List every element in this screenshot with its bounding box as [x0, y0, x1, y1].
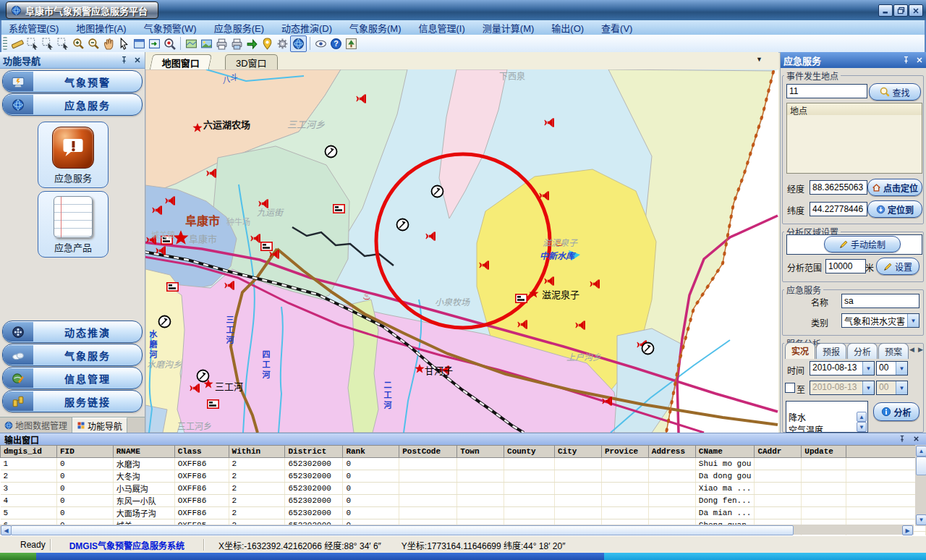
date-to-select[interactable]: 2010-08-13 ▼	[810, 381, 875, 395]
to-checkbox[interactable]	[785, 383, 795, 393]
tab-map-window[interactable]: 地图窗口	[150, 54, 212, 69]
close-icon[interactable]	[133, 56, 142, 64]
export-image-icon[interactable]	[199, 36, 214, 51]
map-legend-icon[interactable]	[344, 36, 359, 51]
tab-plan[interactable]: 预案	[878, 343, 909, 359]
select-rect-icon[interactable]	[25, 36, 41, 51]
close-button[interactable]	[909, 4, 923, 17]
menu-measure[interactable]: 测量计算(M)	[474, 21, 543, 35]
shelter-flag-icon[interactable]	[161, 236, 172, 244]
map-canvas[interactable]: 八斗 下西泉 六运湖农场 三工河乡 九运街 阜康市 城关镇 阜康市 种牛场 滋泥…	[145, 69, 778, 433]
menu-weather-service[interactable]: 气象服务(M)	[341, 21, 410, 35]
tool-emergency-product[interactable]: 应急产品	[38, 191, 109, 258]
refresh-map-icon[interactable]	[147, 36, 162, 51]
table-row[interactable]: 30小马厩沟OXFF8626523020000Xiao ma ...	[1, 483, 926, 495]
sidebar-item-weather-warning[interactable]: 气象预警	[2, 70, 143, 93]
menu-map-ops[interactable]: 地图操作(A)	[67, 21, 135, 35]
full-extent-icon[interactable]	[132, 36, 147, 51]
identify-icon[interactable]	[162, 36, 177, 51]
menu-dynamic[interactable]: 动态推演(D)	[273, 21, 341, 35]
pan-hand-icon[interactable]	[101, 36, 116, 51]
tab-scroll-left-icon[interactable]: ◀	[909, 346, 914, 353]
tab-3d-window[interactable]: 3D窗口	[225, 54, 278, 69]
place-pin-icon[interactable]	[260, 36, 275, 51]
vscroll-thumb[interactable]	[916, 457, 926, 475]
tab-analysis[interactable]: 分析	[847, 343, 878, 359]
tab-forecast[interactable]: 预报	[816, 343, 846, 359]
ruler-icon[interactable]	[10, 36, 25, 51]
analyze-button[interactable]: 分析	[873, 402, 919, 421]
scroll-up-icon[interactable]: ▲	[857, 412, 867, 422]
scroll-right-icon[interactable]: ▶	[902, 525, 913, 535]
tab-strip-menu-arrow-icon[interactable]: ▼	[756, 56, 763, 63]
shelter-flag-icon[interactable]	[516, 294, 527, 302]
monitoring-station-icon[interactable]	[197, 370, 209, 382]
scroll-left-icon[interactable]: ◀	[1, 525, 12, 535]
list-item-precipitation[interactable]: 降水	[789, 411, 865, 423]
menu-system[interactable]: 系统管理(S)	[0, 21, 67, 35]
tool-emergency-service[interactable]: 应急服务	[38, 122, 109, 188]
event-location-input[interactable]	[786, 84, 867, 98]
pin-icon[interactable]	[119, 56, 129, 65]
search-button[interactable]: 查找	[869, 83, 921, 101]
service-name-input[interactable]	[841, 294, 919, 308]
locate-to-button[interactable]: 定位到	[867, 200, 922, 218]
latitude-input[interactable]	[810, 202, 867, 216]
zoom-in-icon[interactable]	[71, 36, 86, 51]
sidebar-item-emergency-service[interactable]: 应急服务	[2, 93, 143, 116]
monitoring-station-icon[interactable]	[326, 146, 337, 158]
table-row[interactable]: 50大面场子沟OXFF8626523020000Da mian ...	[1, 507, 926, 519]
taskbar-active-app-edge[interactable]	[604, 553, 926, 560]
minimize-button[interactable]	[878, 4, 893, 17]
chevron-down-icon[interactable]: ▼	[907, 314, 919, 327]
print-icon[interactable]	[214, 36, 229, 51]
hscroll-thumb[interactable]	[11, 525, 794, 535]
analysis-range-input[interactable]	[825, 259, 866, 273]
pointer-icon[interactable]	[116, 36, 132, 51]
sidebar-item-info-management[interactable]: 信息管理	[2, 367, 143, 389]
toolbar-grip[interactable]	[3, 37, 7, 50]
range-set-button[interactable]: 设置	[876, 258, 919, 275]
scroll-down-icon[interactable]: ▼	[857, 422, 867, 432]
hour-select[interactable]: 00 ▼	[876, 361, 908, 376]
shelter-flag-icon[interactable]	[261, 242, 272, 250]
chevron-down-icon[interactable]: ▼	[896, 362, 907, 375]
shelter-flag-icon[interactable]	[167, 283, 178, 291]
restore-button[interactable]	[893, 4, 908, 17]
select-irregular-icon[interactable]	[41, 36, 56, 51]
print-preview-icon[interactable]	[229, 36, 245, 51]
menu-info[interactable]: 信息管理(I)	[410, 21, 474, 35]
menu-output[interactable]: 输出(O)	[543, 21, 592, 35]
help-icon[interactable]	[328, 36, 344, 51]
element-listbox[interactable]: 降水 空气温度 ▲ ▼	[786, 401, 868, 433]
hour-to-select[interactable]: 00 ▼	[876, 381, 908, 395]
pin-icon[interactable]	[898, 435, 906, 444]
date-select[interactable]: 2010-08-13 ▼	[810, 361, 875, 376]
start-button-edge[interactable]	[0, 553, 36, 560]
menu-weather-warning[interactable]: 气象预警(W)	[135, 21, 205, 35]
close-icon[interactable]	[912, 435, 920, 443]
table-row[interactable]: 10水磨沟OXFF8626523020000Shui mo gou	[1, 458, 926, 470]
tab-scroll-right-icon[interactable]: ▶	[918, 346, 923, 353]
location-list[interactable]	[786, 115, 922, 174]
list-item-air-temperature[interactable]: 空气温度	[789, 423, 865, 433]
settings-gear-icon[interactable]	[275, 36, 290, 51]
close-icon[interactable]	[915, 56, 924, 64]
visibility-eye-icon[interactable]	[313, 36, 328, 51]
sidebar-item-service-links[interactable]: 服务链接	[2, 390, 143, 412]
export-map-icon[interactable]	[184, 36, 199, 51]
scroll-up-icon[interactable]: ▲	[916, 446, 926, 457]
monitoring-station-icon[interactable]	[432, 186, 443, 198]
tab-map-data-management[interactable]: 地图数据管理	[0, 417, 72, 433]
monitoring-station-icon[interactable]	[397, 219, 409, 231]
sidebar-item-weather-service[interactable]: 气象服务	[2, 344, 143, 366]
tab-live[interactable]: 实况	[785, 342, 815, 359]
monitoring-station-icon[interactable]	[642, 343, 654, 355]
table-vscrollbar[interactable]: ▲ ▼	[915, 445, 926, 526]
pin-icon[interactable]	[901, 56, 911, 65]
scroll-down-icon[interactable]: ▼	[916, 514, 926, 525]
service-type-select[interactable]: 气象和洪水灾害 ▼	[841, 313, 919, 328]
shelter-flag-icon[interactable]	[334, 205, 344, 213]
longitude-input[interactable]	[810, 180, 867, 195]
chevron-down-icon[interactable]: ▼	[862, 362, 874, 375]
